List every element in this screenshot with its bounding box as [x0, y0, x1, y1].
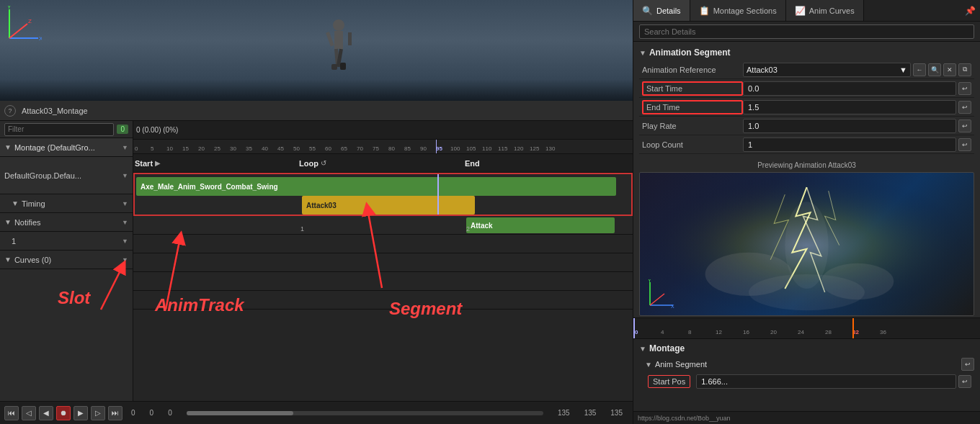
attack-track[interactable]: Attack [466, 217, 615, 233]
montage-group-row[interactable]: ▼ Montage (DefaultGro... ▼ [0, 138, 133, 157]
anim-ref-back-button[interactable]: ← [913, 63, 926, 76]
skip-start-button[interactable]: ⏮ [4, 406, 19, 420]
svg-rect-10 [326, 32, 334, 47]
loop-count-input[interactable] [743, 137, 956, 152]
pin-button[interactable]: 📌 [960, 0, 980, 21]
yellow-track[interactable]: Attack03 [302, 196, 475, 215]
svg-point-21 [749, 274, 865, 310]
start-time-reset-btn[interactable]: ↩ [958, 82, 971, 95]
start-pos-label[interactable]: Start Pos [648, 375, 690, 388]
anim-seg-sub-reset-btn[interactable]: ↩ [961, 358, 974, 371]
playback-scrubber[interactable] [187, 411, 543, 415]
play-rate-input[interactable] [743, 119, 956, 133]
loop-count-reset-btn[interactable]: ↩ [958, 138, 971, 151]
notifies-arrow-icon: ▼ [4, 218, 12, 226]
yellow-track-label: Attack03 [306, 202, 337, 209]
play-button[interactable]: ▶ [74, 406, 88, 420]
ruler-mark-75: 75 [373, 145, 379, 152]
svg-text:Y: Y [648, 279, 651, 283]
url-text: https://blog.csdn.net/Bob__yuan [638, 415, 731, 422]
right-tabs: 🔍 Details 📋 Montage Sections 📈 Anim Curv… [633, 0, 980, 22]
anim-segment-header[interactable]: ▼ Animation Segment [639, 45, 974, 60]
animation-segment-section: ▼ Animation Segment Animation Reference … [633, 42, 980, 157]
timing-arrow-icon: ▼ [12, 199, 19, 207]
timeline-ruler[interactable]: 0 5 10 15 20 25 30 35 40 45 50 55 60 65 … [133, 140, 633, 154]
curves-arrow-icon: ▼ [4, 256, 12, 263]
attack-track-label: Attack [471, 222, 493, 230]
start-time-input[interactable] [743, 81, 956, 96]
anim-ref-value-container: Attack03 ▼ ← 🔍 ✕ ⧉ [743, 63, 971, 77]
curves-row[interactable]: ▼ Curves (0) ▼ [0, 251, 133, 269]
ruler-mark-85: 85 [404, 145, 411, 152]
rt-ruler: 0 4 8 12 16 20 24 28 32 36 [633, 318, 980, 338]
left-panel: X Y Z ? Attack03_Montage [0, 0, 633, 424]
filter-input[interactable] [4, 123, 114, 136]
tab-montage-sections[interactable]: 📋 Montage Sections [690, 0, 786, 21]
notifies-chevron-icon: ▼ [122, 219, 128, 226]
slot-row[interactable]: DefaultGroup.Defau... ▼ [0, 157, 133, 194]
prev-frame-button[interactable]: ◀ [39, 406, 53, 420]
loop-marker[interactable]: Loop ↺ [299, 159, 326, 168]
green-track-label: Axe_Male_Anim_Sword_Combat_Swing [141, 183, 278, 191]
end-time-reset-btn[interactable]: ↩ [958, 101, 971, 114]
rt-mark-4: 4 [661, 329, 664, 335]
next-frame-button[interactable]: ▷ [91, 406, 105, 420]
curves-chevron-icon: ▼ [122, 256, 128, 263]
tab-details[interactable]: 🔍 Details [633, 0, 690, 21]
end-marker-label: End [465, 159, 480, 168]
montage-sub-header[interactable]: ▼ Anim Segment ↩ [645, 356, 974, 372]
start-time-value-container: ↩ [743, 81, 971, 96]
timing-row[interactable]: ▼ Timing ▼ [0, 194, 133, 213]
svg-rect-11 [348, 32, 352, 45]
start-time-label: Start Time [642, 81, 743, 96]
loop-marker-icon: ↺ [321, 159, 326, 167]
ruler-mark-105: 105 [466, 145, 476, 152]
svg-text:X: X [671, 304, 674, 308]
anim-curves-tab-icon: 📈 [795, 6, 806, 16]
montage-sub-section: ▼ Anim Segment ↩ Start Pos 1.666... ↩ [639, 355, 974, 392]
startpos-row: Start Pos 1.666... ↩ [645, 372, 974, 391]
start-marker[interactable]: Start ▶ [135, 159, 161, 168]
anim-ref-chevron-icon: ▼ [899, 66, 907, 74]
end-time-input[interactable] [743, 100, 956, 114]
notifies-row[interactable]: ▼ Notifies ▼ [0, 213, 133, 232]
start-marker-label: Start [135, 159, 153, 168]
anim-ref-clear-button[interactable]: ✕ [943, 63, 956, 76]
anim-ref-search-button[interactable]: 🔍 [928, 63, 941, 76]
notify-num-label: 1 [12, 237, 122, 245]
end-marker[interactable]: End [465, 159, 480, 168]
playback-bar: ⏮ ◁ ◀ ⏺ ▶ ▷ ⏭ 0 0 0 135 135 135 [0, 401, 633, 424]
svg-line-24 [650, 294, 664, 305]
skip-end-button[interactable]: ⏭ [108, 406, 122, 420]
preview-section: Previewing Animation Attack03 [633, 157, 980, 317]
montage-bottom-header[interactable]: ▼ Montage [639, 342, 974, 355]
notify-num-chevron-icon: ▼ [122, 238, 128, 245]
anim-ref-copy-button[interactable]: ⧉ [958, 63, 971, 76]
green-track[interactable]: Axe_Male_Anim_Sword_Combat_Swing [136, 177, 616, 196]
loop-count-value-container: ↩ [743, 137, 971, 152]
timeline-position: 0 (0.00) (0%) [136, 126, 178, 134]
start-marker-icon: ▶ [155, 159, 161, 167]
ruler-mark-0: 0 [135, 145, 138, 152]
filter-bar: 0 [0, 121, 133, 138]
timeline-area: 0 (0.00) (0%) 0 5 10 15 20 25 30 35 40 4… [133, 121, 633, 401]
url-bar: https://blog.csdn.net/Bob__yuan [633, 411, 980, 424]
svg-rect-7 [334, 31, 343, 49]
tab-anim-curves[interactable]: 📈 Anim Curves [786, 0, 864, 21]
help-button[interactable]: ? [4, 105, 16, 117]
step-back-button[interactable]: ◁ [22, 406, 36, 420]
record-button[interactable]: ⏺ [56, 406, 71, 420]
rt-start-mark [633, 318, 635, 338]
play-rate-reset-btn[interactable]: ↩ [958, 119, 971, 132]
search-input[interactable] [639, 24, 974, 39]
notify-num-row[interactable]: 1 ▼ [0, 232, 133, 251]
svg-point-6 [333, 19, 344, 31]
montage-sections-tab-icon: 📋 [699, 6, 710, 16]
right-panel-timeline[interactable]: 0 4 8 12 16 20 24 28 32 36 [633, 317, 980, 339]
anim-ref-dropdown[interactable]: Attack03 ▼ [743, 63, 911, 77]
timing-label: Timing [22, 199, 120, 208]
track-playhead [437, 174, 439, 215]
svg-text:Y: Y [7, 6, 12, 10]
tick-1: 1 [300, 225, 304, 233]
start-pos-reset-btn[interactable]: ↩ [958, 375, 971, 388]
